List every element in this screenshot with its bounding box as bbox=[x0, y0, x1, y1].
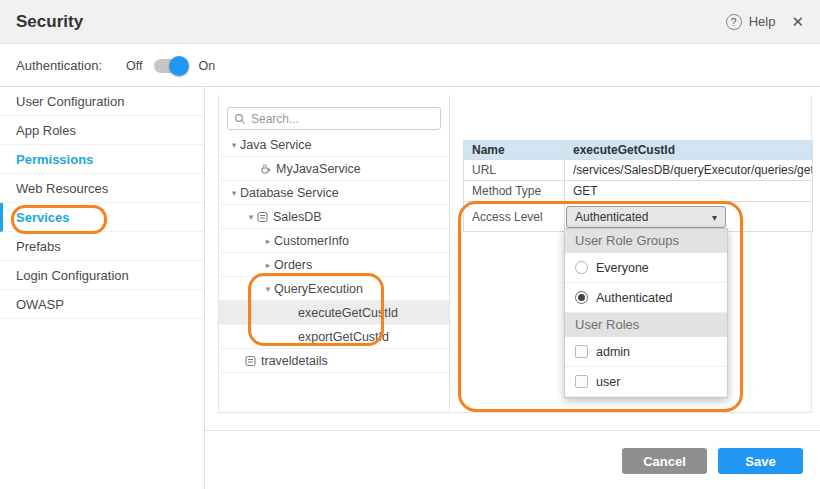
tree-node-label: SalesDB bbox=[273, 210, 322, 224]
sidebar-item-prefabs[interactable]: Prefabs bbox=[0, 232, 204, 261]
sidebar: User Configuration App Roles Permissions… bbox=[0, 87, 205, 489]
tree-node-label: Database Service bbox=[240, 186, 339, 200]
dropdown-selected-value: Authenticated bbox=[575, 210, 648, 224]
chevron-down-icon[interactable]: ▾ bbox=[262, 284, 274, 294]
search-icon bbox=[234, 113, 246, 125]
services-panel: ▾ Java Service MyJavaService ▾ Database … bbox=[218, 95, 812, 413]
service-tree: ▾ Java Service MyJavaService ▾ Database … bbox=[219, 133, 449, 373]
chevron-right-icon[interactable]: ▸ bbox=[262, 236, 274, 246]
detail-label: Name bbox=[464, 141, 565, 159]
tree-node-label: traveldetails bbox=[261, 354, 328, 368]
database-icon bbox=[245, 355, 256, 367]
option-label: admin bbox=[596, 345, 630, 359]
tree-node-traveldetails[interactable]: traveldetails bbox=[219, 349, 449, 373]
page-title: Security bbox=[16, 12, 83, 32]
tree-node-orders[interactable]: ▸ Orders bbox=[219, 253, 449, 277]
title-bar: Security ? Help ✕ bbox=[0, 0, 820, 44]
tree-node-salesdb[interactable]: ▾ SalesDB bbox=[219, 205, 449, 229]
chevron-down-icon[interactable]: ▾ bbox=[245, 212, 257, 222]
access-level-menu: User Role Groups Everyone Authenticated … bbox=[564, 228, 728, 398]
tree-node-java-service[interactable]: ▾ Java Service bbox=[219, 133, 449, 157]
search-input[interactable] bbox=[251, 112, 434, 126]
tree-node-label: MyJavaService bbox=[276, 162, 361, 176]
menu-group-header: User Roles bbox=[565, 313, 727, 337]
sidebar-item-services[interactable]: Services bbox=[0, 203, 204, 232]
detail-label: URL bbox=[464, 160, 565, 180]
tree-node-label: exportGetCustId bbox=[298, 330, 389, 344]
menu-option-admin[interactable]: admin bbox=[565, 337, 727, 367]
menu-option-authenticated[interactable]: Authenticated bbox=[565, 283, 727, 313]
table-row: Method Type GET bbox=[463, 181, 813, 202]
footer-divider bbox=[205, 430, 820, 431]
sidebar-item-owasp[interactable]: OWASP bbox=[0, 290, 204, 319]
sidebar-item-login-configuration[interactable]: Login Configuration bbox=[0, 261, 204, 290]
table-row: URL /services/SalesDB/queryExecutor/quer… bbox=[463, 160, 813, 181]
tree-node-label: executeGetCustId bbox=[298, 306, 398, 320]
help-link[interactable]: Help bbox=[749, 14, 776, 29]
tree-node-exportgetcustid[interactable]: exportGetCustId bbox=[219, 325, 449, 349]
authentication-label: Authentication: bbox=[16, 58, 102, 73]
tree-node-executegetcustid[interactable]: executeGetCustId bbox=[219, 301, 449, 325]
tree-node-label: Orders bbox=[274, 258, 312, 272]
toggle-knob-icon bbox=[169, 56, 189, 76]
radio-icon[interactable] bbox=[575, 261, 588, 274]
checkbox-icon[interactable] bbox=[575, 375, 588, 388]
option-label: Everyone bbox=[596, 261, 649, 275]
tree-node-customerinfo[interactable]: ▸ CustomerInfo bbox=[219, 229, 449, 253]
chevron-right-icon[interactable]: ▸ bbox=[262, 260, 274, 270]
tree-node-queryexecution[interactable]: ▾ QueryExecution bbox=[219, 277, 449, 301]
detail-value: GET bbox=[565, 181, 812, 201]
toggle-on-label: On bbox=[198, 59, 215, 73]
menu-group-header: User Role Groups bbox=[565, 229, 727, 253]
chevron-down-icon[interactable]: ▾ bbox=[228, 140, 240, 150]
caret-down-icon: ▾ bbox=[712, 212, 717, 223]
tree-node-database-service[interactable]: ▾ Database Service bbox=[219, 181, 449, 205]
table-row: Name executeGetCustId bbox=[463, 140, 813, 160]
sidebar-item-permissions[interactable]: Permissions bbox=[0, 145, 204, 174]
authentication-row: Authentication: Off On bbox=[0, 45, 820, 87]
tree-node-myjavaservice[interactable]: MyJavaService bbox=[219, 157, 449, 181]
detail-value: executeGetCustId bbox=[565, 141, 812, 159]
close-icon[interactable]: ✕ bbox=[791, 13, 804, 31]
cancel-button[interactable]: Cancel bbox=[622, 448, 707, 474]
detail-label: Method Type bbox=[464, 181, 565, 201]
java-icon bbox=[259, 163, 271, 175]
save-button[interactable]: Save bbox=[718, 448, 803, 474]
search-box bbox=[227, 107, 441, 130]
sidebar-item-app-roles[interactable]: App Roles bbox=[0, 116, 204, 145]
database-icon bbox=[257, 211, 268, 223]
service-tree-pane: ▾ Java Service MyJavaService ▾ Database … bbox=[219, 95, 450, 412]
tree-node-label: QueryExecution bbox=[274, 282, 363, 296]
help-icon[interactable]: ? bbox=[726, 14, 742, 30]
menu-option-user[interactable]: user bbox=[565, 367, 727, 397]
sidebar-item-web-resources[interactable]: Web Resources bbox=[0, 174, 204, 203]
sidebar-item-user-configuration[interactable]: User Configuration bbox=[0, 87, 204, 116]
detail-value: /services/SalesDB/queryExecutor/queries/… bbox=[565, 160, 812, 180]
tree-node-label: Java Service bbox=[240, 138, 312, 152]
option-label: user bbox=[596, 375, 620, 389]
option-label: Authenticated bbox=[596, 291, 672, 305]
authentication-toggle[interactable] bbox=[154, 59, 186, 73]
detail-label: Access Level bbox=[464, 202, 565, 231]
menu-option-everyone[interactable]: Everyone bbox=[565, 253, 727, 283]
toggle-off-label: Off bbox=[126, 59, 142, 73]
security-dialog: Security ? Help ✕ Authentication: Off On… bbox=[0, 0, 820, 489]
checkbox-icon[interactable] bbox=[575, 345, 588, 358]
tree-node-label: CustomerInfo bbox=[274, 234, 349, 248]
radio-selected-icon[interactable] bbox=[575, 291, 588, 304]
chevron-down-icon[interactable]: ▾ bbox=[228, 188, 240, 198]
access-level-dropdown[interactable]: Authenticated ▾ bbox=[566, 206, 726, 228]
